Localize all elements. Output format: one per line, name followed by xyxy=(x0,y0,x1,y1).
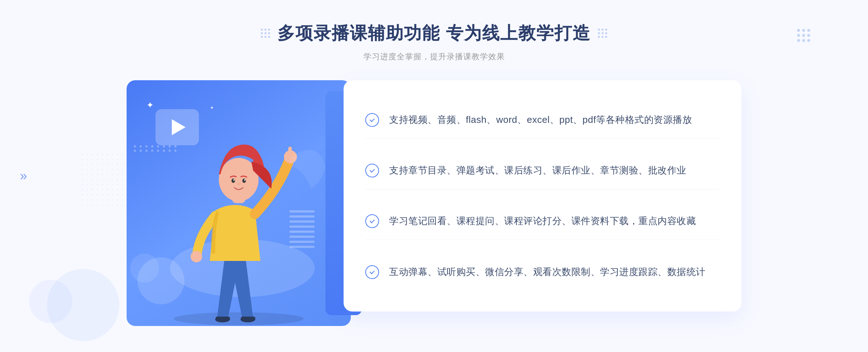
star-decoration-top: ✦ xyxy=(146,100,154,110)
svg-rect-5 xyxy=(241,317,255,321)
feature-text-2: 支持章节目录、弹题考试、课后练习、课后作业、章节测验、批改作业 xyxy=(389,163,686,178)
page-container: 多项录播课辅助功能 专为线上教学打造 学习进度全掌握，提升录播课教学效果 » xyxy=(0,0,868,352)
svg-point-8 xyxy=(191,251,202,262)
page-subtitle: 学习进度全掌握，提升录播课教学效果 xyxy=(261,51,607,62)
features-card: 支持视频、音频、flash、word、excel、ppt、pdf等各种格式的资源… xyxy=(344,80,741,312)
illustration-dots xyxy=(134,145,178,152)
svg-point-11 xyxy=(231,179,235,183)
title-dots-right xyxy=(598,29,607,38)
feature-text-4: 互动弹幕、试听购买、微信分享、观看次数限制、学习进度跟踪、数据统计 xyxy=(389,265,706,280)
check-circle-4 xyxy=(365,265,379,279)
feature-text-1: 支持视频、音频、flash、word、excel、ppt、pdf等各种格式的资源… xyxy=(389,112,692,128)
header-section: 多项录播课辅助功能 专为线上教学打造 学习进度全掌握，提升录播课教学效果 xyxy=(261,0,607,62)
light-circle-decoration-2 xyxy=(29,280,72,323)
left-arrows-decoration: » xyxy=(20,168,27,184)
title-wrapper: 多项录播课辅助功能 专为线上教学打造 xyxy=(261,22,607,45)
feature-item-4: 互动弹幕、试听购买、微信分享、观看次数限制、学习进度跟踪、数据统计 xyxy=(365,254,720,291)
check-icon-4 xyxy=(365,265,379,279)
dots-decoration-right-top xyxy=(797,29,810,42)
svg-point-12 xyxy=(242,179,246,183)
main-content: ✦ ✦ xyxy=(127,80,741,326)
svg-point-13 xyxy=(233,179,235,181)
check-circle-3 xyxy=(365,214,379,228)
check-icon-1 xyxy=(365,113,379,127)
check-circle-1 xyxy=(365,113,379,127)
illustration-card: ✦ ✦ xyxy=(127,80,351,326)
chevron-right-icon: » xyxy=(20,168,27,184)
feature-item-1: 支持视频、音频、flash、word、excel、ppt、pdf等各种格式的资源… xyxy=(365,102,720,139)
check-icon-2 xyxy=(365,164,379,177)
check-circle-2 xyxy=(365,164,379,177)
svg-rect-7 xyxy=(288,147,292,158)
feature-text-3: 学习笔记回看、课程提问、课程评论打分、课件资料下载，重点内容收藏 xyxy=(389,214,696,229)
small-star-decoration: ✦ xyxy=(210,105,214,111)
check-icon-3 xyxy=(365,214,379,228)
feature-item-2: 支持章节目录、弹题考试、课后练习、课后作业、章节测验、批改作业 xyxy=(365,152,720,189)
page-title: 多项录播课辅助功能 专为线上教学打造 xyxy=(277,22,590,45)
title-dots-left xyxy=(261,29,270,38)
svg-point-1 xyxy=(174,312,304,325)
svg-point-14 xyxy=(244,179,246,181)
feature-item-3: 学习笔记回看、课程提问、课程评论打分、课件资料下载，重点内容收藏 xyxy=(365,203,720,240)
svg-rect-4 xyxy=(216,317,230,321)
